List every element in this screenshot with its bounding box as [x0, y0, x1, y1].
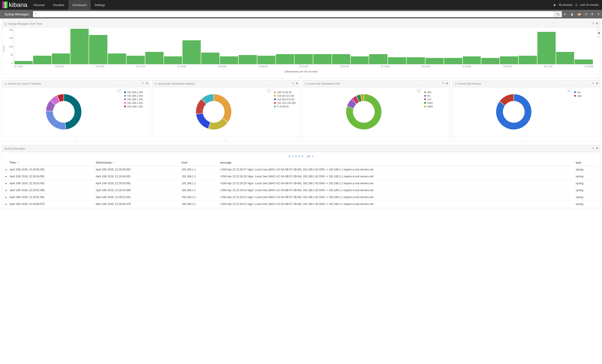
bar[interactable]	[575, 59, 593, 64]
panel-collapse-up-icon[interactable]: ︿	[452, 136, 600, 141]
bar[interactable]	[276, 54, 294, 64]
bar[interactable]	[239, 55, 257, 64]
legend-toggle-icon[interactable]: ▸	[267, 89, 271, 93]
pager-page[interactable]: ...10	[305, 155, 310, 158]
legend-item[interactable]: tcp	[574, 90, 597, 94]
edit-icon[interactable]: ✎	[592, 82, 594, 85]
save-icon[interactable]: 💾	[570, 13, 574, 16]
new-dashboard-icon[interactable]: 🗎	[564, 13, 566, 16]
search-button[interactable]	[554, 11, 562, 17]
legend-toggle-icon[interactable]: ▸	[417, 89, 421, 93]
expand-row-icon[interactable]: ▸	[4, 166, 8, 173]
legend-item[interactable]: 443	[424, 90, 447, 94]
expand-row-icon[interactable]: ▸	[4, 201, 8, 208]
edit-icon[interactable]: ✎	[592, 22, 594, 25]
column-header[interactable]: Time ▼	[8, 159, 94, 166]
play-icon[interactable]: ▶	[553, 3, 557, 7]
legend-item[interactable]: udp	[574, 94, 597, 97]
close-icon[interactable]: ✖	[146, 82, 148, 85]
nav-link-discover[interactable]: Discover	[30, 0, 49, 10]
panel-collapse-up-icon[interactable]: ︿	[2, 74, 600, 78]
panel-collapse-up-icon[interactable]: ︿	[152, 136, 300, 141]
legend-item[interactable]: 191.232.139.254	[274, 101, 297, 105]
bar[interactable]	[351, 56, 369, 64]
bar[interactable]	[556, 52, 574, 64]
bar[interactable]	[220, 56, 238, 64]
donut-chart[interactable]: ▸ 192.168.1.205192.168.1.204192.168.1.10…	[2, 87, 150, 136]
close-icon[interactable]: ✖	[596, 82, 598, 85]
nav-link-settings[interactable]: Settings	[91, 0, 109, 10]
pager-page[interactable]: 1	[289, 155, 290, 158]
bar[interactable]	[500, 56, 518, 64]
expand-row-icon[interactable]: ▸	[4, 180, 8, 187]
expand-row-icon[interactable]: ▸	[4, 194, 8, 201]
bar[interactable]	[70, 29, 89, 64]
legend-item[interactable]: 80	[424, 94, 447, 97]
bar[interactable]	[313, 54, 332, 64]
legend-toggle-icon[interactable]: ▸	[117, 89, 121, 93]
pager-page[interactable]: 3	[295, 155, 297, 158]
settings-icon[interactable]: ⚙	[597, 13, 600, 16]
pager-page[interactable]: »	[312, 155, 313, 158]
legend-item[interactable]: 166.78.45.16	[274, 90, 297, 94]
legend-item[interactable]: 5.79.60.25	[274, 105, 297, 108]
donut-chart[interactable]: ▸ 4438012335445004	[302, 87, 450, 136]
refresh-interval[interactable]: 30 seconds	[559, 3, 572, 6]
close-icon[interactable]: ✖	[296, 82, 298, 85]
legend-item[interactable]: 3544	[424, 101, 447, 105]
expand-row-icon[interactable]: ▸	[4, 187, 8, 194]
panel-collapse-up-icon[interactable]: ︿	[2, 136, 150, 141]
share-icon[interactable]: ⧉	[585, 13, 587, 16]
close-icon[interactable]: ✖	[596, 22, 598, 25]
bar[interactable]	[52, 54, 70, 64]
bar[interactable]	[164, 56, 182, 64]
clock-icon[interactable]: ◷	[574, 3, 578, 7]
edit-icon[interactable]: ✎	[142, 82, 144, 85]
bars-area[interactable]: 22:14:0022:15:0022:16:0022:17:0022:18:00…	[14, 29, 593, 64]
open-icon[interactable]: 📂	[578, 13, 581, 16]
bar[interactable]	[332, 54, 350, 64]
column-header[interactable]: type	[574, 159, 598, 166]
search-input[interactable]	[33, 11, 554, 17]
bar[interactable]	[201, 53, 219, 64]
expand-row-icon[interactable]: ▸	[4, 173, 8, 180]
edit-icon[interactable]: ✎	[592, 147, 594, 150]
nav-link-dashboard[interactable]: Dashboard	[68, 0, 91, 10]
nav-link-visualize[interactable]: Visualize	[49, 0, 68, 10]
legend-item[interactable]: 216.58.213.142	[274, 94, 297, 97]
legend-item[interactable]: 123	[424, 97, 447, 101]
bar[interactable]	[519, 56, 537, 64]
legend-item[interactable]: 216.58.213.110	[274, 97, 297, 101]
table-row[interactable]: ▸ April 10th 2016, 22:28:51.591 April 10…	[4, 194, 598, 201]
brand[interactable]: kibana	[0, 1, 30, 9]
bar[interactable]	[14, 61, 33, 64]
bar[interactable]	[538, 32, 556, 64]
pager-page[interactable]: 2	[292, 155, 293, 158]
table-row[interactable]: ▸ April 10th 2016, 22:28:54.591 April 10…	[4, 173, 598, 180]
resize-handle-icon[interactable]: ⌟	[597, 75, 600, 78]
bar[interactable]	[257, 56, 276, 64]
bar[interactable]	[481, 58, 500, 64]
legend-item[interactable]: 192.168.1.205	[124, 90, 147, 94]
legend-item[interactable]: 192.168.1.106	[124, 97, 147, 101]
close-icon[interactable]: ✖	[446, 82, 448, 85]
bar[interactable]	[89, 35, 108, 64]
legend-toggle-icon[interactable]: ▸	[567, 89, 571, 93]
table-row[interactable]: ▸ April 10th 2016, 22:28:50.575 April 10…	[4, 201, 598, 208]
bar[interactable]	[108, 54, 126, 64]
bar[interactable]	[388, 57, 406, 64]
legend-item[interactable]: 192.168.1.201	[124, 101, 147, 105]
bar[interactable]	[183, 40, 201, 64]
legend-item[interactable]: 192.168.1.100	[124, 105, 147, 108]
legend-item[interactable]: 192.168.1.204	[124, 94, 147, 97]
column-header[interactable]: host	[180, 159, 219, 166]
donut-chart[interactable]: ▸ tcpudp	[452, 87, 600, 136]
bar[interactable]	[463, 56, 481, 64]
pager-page[interactable]: 5	[302, 155, 303, 158]
pager-page[interactable]: 4	[298, 155, 300, 158]
table-row[interactable]: ▸ April 10th 2016, 22:28:55.591 April 10…	[4, 166, 598, 173]
bar[interactable]	[444, 58, 462, 64]
edit-icon[interactable]: ✎	[292, 82, 294, 85]
bar[interactable]	[407, 57, 425, 64]
bar[interactable]	[33, 56, 52, 64]
